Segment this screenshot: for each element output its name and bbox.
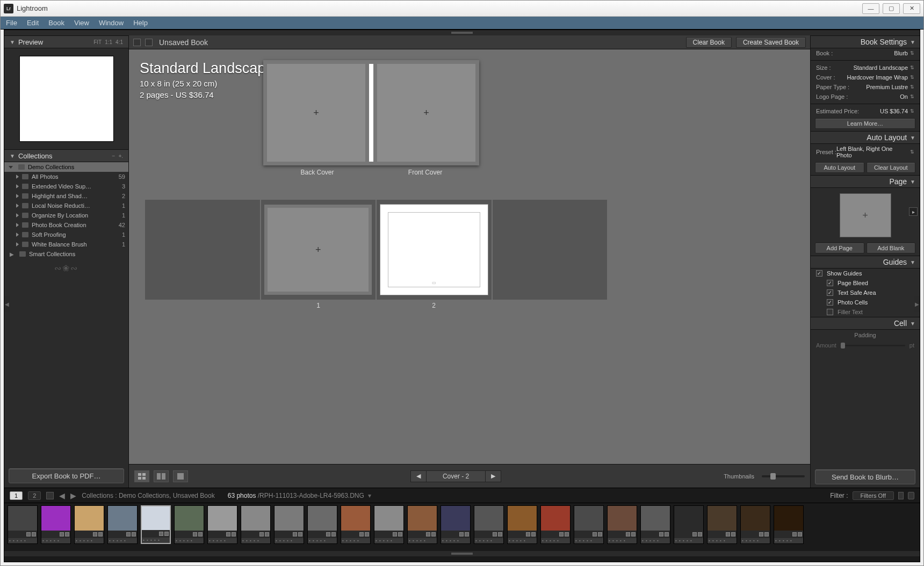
clear-layout-button[interactable]: Clear Layout: [867, 162, 916, 173]
book-settings-header[interactable]: Book Settings▼: [811, 35, 920, 48]
collection-item[interactable]: Soft Proofing1: [4, 230, 128, 240]
filmstrip-thumbnail[interactable]: • • • • •: [474, 505, 504, 544]
filmstrip-thumbnail[interactable]: • • • • •: [674, 505, 704, 544]
menu-help[interactable]: Help: [133, 19, 148, 27]
guides-panel-header[interactable]: Guides▼: [811, 256, 920, 269]
maximize-button[interactable]: ▢: [883, 3, 900, 14]
secondary-display-badge[interactable]: 2: [28, 491, 41, 500]
auto-layout-button[interactable]: Auto Layout: [815, 162, 864, 173]
collection-item[interactable]: Highlight and Shad…2: [4, 191, 128, 201]
front-cover-page[interactable]: +: [373, 60, 479, 165]
nav-back-icon[interactable]: ◀: [59, 491, 65, 500]
filmstrip-thumbnail[interactable]: • • • • •: [441, 505, 471, 544]
single-page-view-button[interactable]: [173, 470, 188, 482]
filmstrip-thumbnail[interactable]: • • • • •: [307, 505, 337, 544]
one-to-one-zoom[interactable]: 1:1: [105, 39, 112, 45]
filmstrip-thumbnail[interactable]: • • • • •: [74, 505, 104, 544]
page-bleed-checkbox[interactable]: ✓ Page Bleed: [811, 278, 920, 288]
menu-book[interactable]: Book: [48, 19, 64, 27]
filmstrip-thumbnail[interactable]: • • • • •: [540, 505, 571, 544]
filmstrip-thumbnail[interactable]: • • • • •: [174, 505, 204, 544]
grid-view-icon[interactable]: [46, 492, 54, 499]
collection-item[interactable]: Local Noise Reducti…1: [4, 201, 128, 211]
book-type-row[interactable]: Book : Blurb⇅: [811, 48, 920, 58]
smart-collections[interactable]: ▶ Smart Collections: [4, 249, 128, 259]
primary-display-badge[interactable]: 1: [10, 491, 23, 500]
filmstrip-thumbnail[interactable]: • • • • •: [207, 505, 237, 544]
preview-thumbnail[interactable]: [19, 56, 114, 142]
menu-window[interactable]: Window: [99, 19, 124, 27]
filter-dropdown[interactable]: Filters Off: [853, 491, 894, 500]
filmstrip-thumbnail[interactable]: • • • • •: [107, 505, 138, 544]
add-blank-button[interactable]: Add Blank: [867, 243, 916, 253]
filmstrip-thumbnail[interactable]: • • • • •: [8, 505, 38, 544]
text-safe-checkbox[interactable]: ✓ Text Safe Area: [811, 288, 920, 297]
filmstrip-thumbnail[interactable]: • • • • •: [774, 505, 804, 544]
close-button[interactable]: ✕: [903, 3, 920, 14]
filmstrip-thumbnail[interactable]: • • • • •: [640, 505, 670, 544]
prev-page-button[interactable]: ◀: [410, 470, 427, 482]
book-canvas[interactable]: Standard Landscape 10 x 8 in (25 x 20 cm…: [129, 49, 810, 464]
book-cover-spread[interactable]: + +: [263, 60, 479, 165]
page-1-container[interactable]: +: [261, 200, 376, 300]
preset-row[interactable]: Preset : Left Blank, Right One Photo⇅: [811, 144, 920, 160]
collections-panel-header[interactable]: ▼ Collections − +.: [4, 149, 128, 162]
collection-item[interactable]: All Photos59: [4, 172, 128, 182]
spread-view-button[interactable]: [154, 470, 169, 482]
auto-layout-header[interactable]: Auto Layout▼: [811, 131, 920, 144]
photo-cells-checkbox[interactable]: ✓ Photo Cells: [811, 297, 920, 307]
next-page-button[interactable]: ▶: [485, 470, 501, 482]
learn-more-button[interactable]: Learn More…: [815, 118, 915, 129]
minimize-button[interactable]: —: [862, 3, 879, 14]
menu-view[interactable]: View: [74, 19, 89, 27]
paper-type-row[interactable]: Paper Type : Premium Lustre⇅: [811, 82, 920, 92]
left-panel-toggle[interactable]: ◀: [4, 296, 10, 312]
export-pdf-button[interactable]: Export Book to PDF…: [9, 468, 124, 483]
back-cover-page[interactable]: +: [263, 60, 369, 165]
fit-zoom[interactable]: FIT: [93, 39, 102, 45]
page-layout-flyout-button[interactable]: ▸: [909, 207, 918, 216]
filmstrip-thumbnail[interactable]: • • • • •: [707, 505, 737, 544]
right-panel-toggle[interactable]: ▶: [914, 296, 920, 312]
page-layout-thumbnail[interactable]: +: [840, 193, 891, 237]
collection-item[interactable]: Photo Book Creation42: [4, 220, 128, 230]
page-2-selected[interactable]: ▭: [380, 205, 488, 295]
filmstrip-thumbnail[interactable]: • • • • •: [374, 505, 404, 544]
filmstrip-thumbnail[interactable]: • • • • •: [507, 505, 537, 544]
filmstrip-thumbnail[interactable]: • • • • •: [141, 505, 171, 544]
add-page-button[interactable]: Add Page: [815, 243, 864, 253]
grid-thumbnail-icon[interactable]: [133, 39, 141, 46]
nav-forward-icon[interactable]: ▶: [70, 491, 76, 500]
filter-options-icon[interactable]: [898, 492, 904, 499]
menu-edit[interactable]: Edit: [27, 19, 39, 27]
cell-panel-header[interactable]: Cell▼: [811, 317, 920, 330]
book-size-row[interactable]: Size : Standard Landscape⇅: [811, 63, 920, 72]
filmstrip-thumbnail[interactable]: • • • • •: [341, 505, 371, 544]
clear-book-button[interactable]: Clear Book: [686, 37, 732, 48]
remove-collection-button[interactable]: −: [112, 153, 116, 159]
filler-text-checkbox[interactable]: Filler Text: [811, 307, 920, 317]
multi-page-view-button[interactable]: [134, 470, 149, 482]
page-1[interactable]: +: [264, 205, 372, 295]
filmstrip-thumbnail[interactable]: • • • • •: [274, 505, 304, 544]
page-2-container[interactable]: ▭: [377, 200, 492, 300]
menu-file[interactable]: File: [6, 19, 17, 27]
filmstrip[interactable]: • • • • •• • • • •• • • • •• • • • •• • …: [4, 503, 920, 551]
preview-panel-header[interactable]: ▼ Preview FIT 1:1 4:1: [4, 35, 128, 48]
top-panel-collapse[interactable]: [4, 30, 920, 35]
collection-item[interactable]: White Balance Brush1: [4, 240, 128, 249]
add-collection-button[interactable]: +.: [118, 153, 123, 159]
bottom-panel-collapse[interactable]: [4, 551, 920, 556]
filmstrip-thumbnail[interactable]: • • • • •: [574, 505, 604, 544]
show-guides-checkbox[interactable]: ✓ Show Guides: [811, 269, 920, 278]
filmstrip-thumbnail[interactable]: • • • • •: [241, 505, 271, 544]
filmstrip-thumbnail[interactable]: • • • • •: [41, 505, 71, 544]
filmstrip-thumbnail[interactable]: • • • • •: [407, 505, 437, 544]
create-saved-book-button[interactable]: Create Saved Book: [736, 37, 806, 48]
amount-slider-row[interactable]: Amount pt: [811, 340, 920, 350]
page-panel-header[interactable]: Page▼: [811, 175, 920, 188]
spread-view-icon[interactable]: [145, 39, 153, 46]
filmstrip-thumbnail[interactable]: • • • • •: [740, 505, 770, 544]
chevron-down-icon[interactable]: ▾: [368, 492, 371, 499]
collection-item[interactable]: Extended Video Sup…3: [4, 182, 128, 191]
